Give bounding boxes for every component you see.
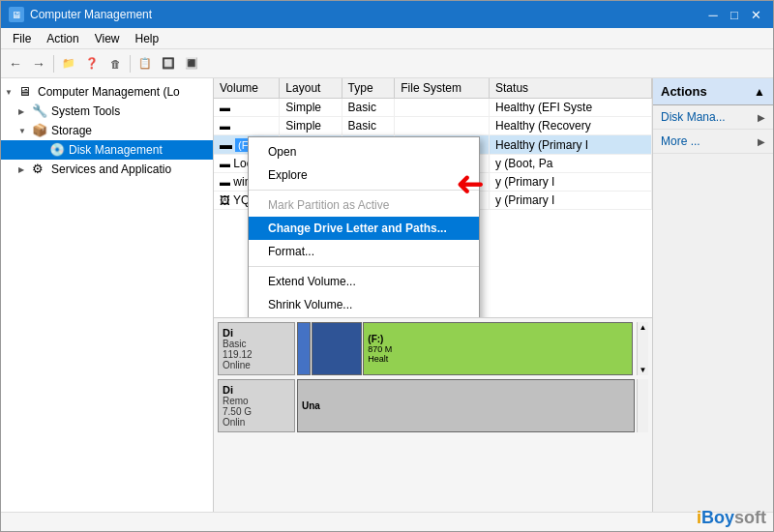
disk-1-info1: Remo: [223, 396, 290, 406]
drive-f-icon: ▬: [220, 137, 232, 152]
actions-panel: Actions ▲ Disk Mana... ▶ More ... ▶: [652, 78, 773, 512]
system-tools-icon: 🔧: [32, 103, 47, 119]
disk-1-label: Di Remo 7.50 G Onlin: [218, 379, 295, 432]
actions-collapse-icon[interactable]: ▲: [754, 85, 765, 99]
disk-1-info3: Onlin: [223, 417, 290, 428]
tree-arrow-cm: [5, 88, 18, 97]
cell-status: y (Primary I: [490, 192, 652, 210]
col-header-fs[interactable]: File System: [395, 78, 490, 99]
menu-help[interactable]: Help: [128, 30, 167, 47]
ctx-add-mirror[interactable]: Add Mirror...: [249, 316, 479, 318]
sidebar-item-storage[interactable]: 📦 Storage: [1, 121, 213, 140]
disk-0-info2: 119.12: [223, 349, 290, 360]
cell-status: y (Boot, Pa: [490, 155, 652, 173]
toolbar-separator-1: [53, 55, 54, 73]
sidebar-label-dm: Disk Management: [69, 143, 209, 157]
computer-icon: 🖥: [18, 84, 34, 100]
sidebar: 🖥 Computer Management (Lo 🔧 System Tools…: [1, 78, 214, 512]
actions-item-label-2: More ...: [661, 134, 700, 148]
toolbar-btn-4[interactable]: 📋: [134, 53, 156, 74]
disk-row-1: Di Remo 7.50 G Onlin Una: [218, 379, 648, 432]
cell-volume: ▬: [214, 99, 280, 117]
partition-f[interactable]: (F:) 870 M Healt: [363, 322, 633, 375]
toolbar-btn-5[interactable]: 🔲: [158, 53, 179, 74]
window-title: Computer Management: [30, 8, 703, 21]
app-icon: 🖥: [9, 7, 24, 22]
toolbar-btn-2[interactable]: ❓: [81, 53, 103, 74]
cell-status: Healthy (EFI Syste: [490, 99, 652, 117]
cell-layout: Simple: [280, 117, 342, 135]
disk-view-area: Di Basic 119.12 Online (F:) 870 M H: [214, 318, 652, 512]
col-header-volume[interactable]: Volume: [214, 78, 280, 99]
cell-type: Basic: [342, 117, 395, 135]
restore-button[interactable]: □: [725, 5, 744, 24]
partition-unallocated[interactable]: Una: [297, 379, 635, 432]
col-header-layout[interactable]: Layout: [280, 78, 342, 99]
iboysoft-watermark: iBoysoft: [697, 508, 766, 528]
ctx-format[interactable]: Format...: [249, 240, 479, 263]
sidebar-item-computer-management[interactable]: 🖥 Computer Management (Lo: [1, 82, 213, 102]
sidebar-label-cm: Computer Management (Lo: [38, 85, 209, 99]
disk-0-info1: Basic: [223, 339, 290, 349]
col-header-type[interactable]: Type: [342, 78, 395, 99]
partition-f-status: Healt: [368, 354, 628, 364]
actions-item-arrow-1: ▶: [758, 112, 765, 123]
ctx-sep-1: [249, 190, 479, 191]
cell-layout: Simple: [280, 99, 342, 117]
menu-bar: File Action View Help: [1, 28, 773, 49]
ctx-explore[interactable]: Explore: [249, 163, 479, 187]
toolbar-btn-1[interactable]: 📁: [58, 53, 79, 74]
cell-type: Basic: [342, 99, 395, 117]
actions-item-label-1: Disk Mana...: [661, 110, 726, 124]
actions-item-arrow-2: ▶: [758, 136, 765, 147]
toolbar: ← → 📁 ❓ 🗑 📋 🔲 🔳: [1, 49, 773, 78]
ctx-sep-2: [249, 266, 479, 267]
window-controls: ─ □ ✕: [703, 5, 765, 24]
forward-button[interactable]: →: [28, 53, 49, 74]
cell-status: y (Primary I: [490, 173, 652, 192]
sidebar-label-st: System Tools: [51, 104, 209, 118]
table-header-row: Volume Layout Type File System Status: [214, 78, 652, 99]
minimize-button[interactable]: ─: [703, 5, 723, 24]
menu-file[interactable]: File: [5, 30, 39, 47]
partition-recovery[interactable]: [312, 322, 362, 375]
menu-action[interactable]: Action: [39, 30, 86, 47]
ctx-open[interactable]: Open: [249, 140, 479, 163]
disk-1-partitions: Una: [297, 379, 635, 432]
storage-icon: 📦: [32, 123, 47, 138]
ctx-change-drive-letter[interactable]: Change Drive Letter and Paths...: [249, 217, 479, 240]
partition-efi[interactable]: [297, 322, 311, 375]
ctx-extend-volume[interactable]: Extend Volume...: [249, 270, 479, 293]
cell-status: Healthy (Primary I: [490, 135, 652, 155]
tree-arrow-svc: [18, 165, 32, 174]
sidebar-item-disk-management[interactable]: 💿 Disk Management: [1, 140, 213, 160]
menu-view[interactable]: View: [87, 30, 128, 47]
actions-disk-management[interactable]: Disk Mana... ▶: [653, 105, 773, 130]
disk-row-0: Di Basic 119.12 Online (F:) 870 M H: [218, 322, 648, 375]
tree-arrow-st: [18, 107, 32, 116]
toolbar-separator-2: [130, 55, 131, 73]
col-header-status[interactable]: Status: [490, 78, 652, 99]
partition-una-label: Una: [302, 400, 630, 411]
disk-0-label: Di Basic 119.12 Online: [218, 322, 295, 375]
disk-1-info2: 7.50 G: [223, 406, 290, 417]
status-bar: [1, 512, 773, 531]
table-row[interactable]: ▬ Simple Basic Healthy (EFI Syste: [214, 99, 652, 117]
scrollbar-right[interactable]: ▲ ▼: [637, 322, 648, 375]
main-content: 🖥 Computer Management (Lo 🔧 System Tools…: [1, 78, 773, 512]
cell-fs: [395, 99, 490, 117]
back-button[interactable]: ←: [5, 53, 26, 74]
table-row[interactable]: ▬ Simple Basic Healthy (Recovery: [214, 117, 652, 135]
toolbar-btn-3[interactable]: 🗑: [104, 53, 126, 74]
ctx-shrink-volume[interactable]: Shrink Volume...: [249, 293, 479, 316]
tree-arrow-storage: [18, 127, 32, 135]
actions-more[interactable]: More ... ▶: [653, 130, 773, 154]
actions-title: Actions: [661, 84, 707, 99]
partition-f-label: (F:): [368, 334, 628, 344]
computer-management-window: 🖥 Computer Management ─ □ ✕ File Action …: [0, 0, 774, 532]
close-button[interactable]: ✕: [746, 5, 765, 24]
sidebar-item-services[interactable]: ⚙ Services and Applicatio: [1, 160, 213, 179]
toolbar-btn-6[interactable]: 🔳: [181, 53, 202, 74]
sidebar-item-system-tools[interactable]: 🔧 System Tools: [1, 102, 213, 121]
disk-0-title: Di: [223, 327, 290, 339]
